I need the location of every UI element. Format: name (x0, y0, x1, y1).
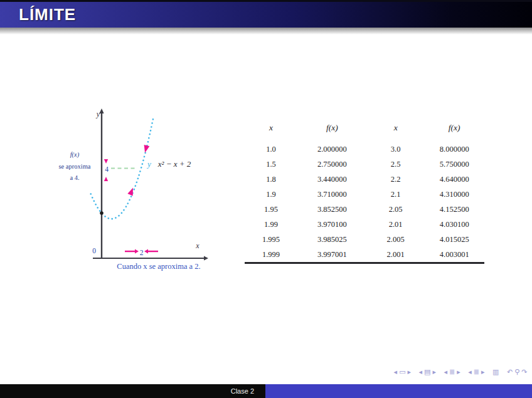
y-axis-label: y (96, 110, 100, 118)
table-cell: 2.1 (367, 187, 425, 202)
footer-bar: Clase 2 (0, 384, 532, 398)
section-prev-icon[interactable]: ◂ (468, 369, 472, 375)
table-cell: 2.5 (367, 157, 425, 172)
table-row: 1.953.8525002.054.152500 (245, 202, 484, 217)
table-row: 1.9993.9970012.0014.003001 (245, 247, 484, 263)
table-header: f(x) (297, 123, 367, 142)
table-header: x (245, 123, 297, 142)
curve-arrow-upper-icon (142, 145, 150, 154)
figure-caption: Cuando x se aproxima a 2. (117, 262, 200, 271)
slide-indicator-icon[interactable]: ▭ (399, 369, 405, 375)
table-cell: 1.0 (245, 142, 297, 157)
frame-indicator-icon[interactable]: ▤ (424, 369, 430, 375)
table-cell: 4.015025 (424, 232, 484, 247)
table-cell: 5.750000 (424, 157, 484, 172)
table-row: 1.02.0000003.08.000000 (245, 142, 484, 157)
table-cell: 3.710000 (297, 187, 367, 202)
subsection-indicator-icon[interactable]: ≣ (449, 369, 455, 375)
x-axis-label: x (195, 241, 200, 250)
y-approach-arrow-up-icon (104, 177, 108, 181)
curve-label-formula: x² − x + 2 (157, 159, 191, 169)
table-cell: 2.001 (367, 247, 425, 263)
table-cell: 2.01 (367, 217, 425, 232)
table-cell: 1.995 (245, 232, 297, 247)
values-table-body: 1.02.0000003.08.0000001.52.7500002.55.75… (245, 142, 484, 263)
y-approach-label: 4 (105, 165, 109, 173)
footer-title: Clase 2 (231, 387, 254, 395)
curve-arrow-lower-icon (127, 187, 136, 196)
x-axis-arrowhead-icon (204, 256, 208, 261)
table-cell: 8.000000 (424, 142, 484, 157)
x-approach-arrow-right-icon (135, 249, 139, 254)
table-cell: 2.000000 (297, 142, 367, 157)
table-row: 1.993.9701002.014.030100 (245, 217, 484, 232)
table-cell: 1.5 (245, 157, 297, 172)
search-icon[interactable]: ⚲ (514, 369, 519, 375)
table-cell: 2.05 (367, 202, 425, 217)
doc-indicator-icon[interactable]: ▥ (492, 369, 499, 375)
section-next-icon[interactable]: ▸ (481, 369, 485, 375)
table-cell: 4.640000 (424, 172, 484, 187)
fx-approaches-line3: a 4. (70, 174, 79, 181)
slide-title-bar: LÍMITE (0, 0, 532, 28)
limit-figure: y x 0 4 2 f(x) se aproxima a 4. yx² − x … (53, 107, 226, 276)
back-icon[interactable]: ↶ (507, 369, 513, 375)
values-table-wrap: xf(x)xf(x) 1.02.0000003.08.0000001.52.75… (245, 123, 484, 264)
table-cell: 3.997001 (297, 247, 367, 263)
values-table: xf(x)xf(x) 1.02.0000003.08.0000001.52.75… (245, 123, 484, 264)
table-cell: 2.2 (367, 172, 425, 187)
parabola-curve (91, 117, 154, 219)
page-title: LÍMITE (0, 5, 76, 24)
table-cell: 1.9 (245, 187, 297, 202)
table-cell: 1.99 (245, 217, 297, 232)
table-cell: 4.003001 (424, 247, 484, 263)
fx-approaches-line2: se aproxima (58, 163, 90, 170)
table-cell: 4.152500 (424, 202, 484, 217)
curve-label: yx² − x + 2 (146, 159, 191, 169)
table-cell: 3.0 (367, 142, 425, 157)
table-cell: 3.970100 (297, 217, 367, 232)
limit-graph: y x 0 4 2 f(x) se aproxima a 4. yx² − x … (53, 107, 226, 276)
footer-left-section: Clase 2 (0, 384, 265, 398)
section-indicator-icon[interactable]: ≣ (474, 369, 479, 375)
table-row: 1.52.7500002.55.750000 (245, 157, 484, 172)
table-cell: 1.95 (245, 202, 297, 217)
x-approach-label: 2 (140, 249, 144, 256)
table-cell: 3.852500 (297, 202, 367, 217)
slide-next-icon[interactable]: ▸ (408, 369, 412, 375)
nav-symbols: ◂▭▸◂▤▸◂≣▸◂≣▸▥↶⚲↷ (393, 369, 528, 375)
footer-right-section (265, 384, 532, 398)
y-axis-arrowhead-icon (99, 108, 104, 113)
table-cell: 2.005 (367, 232, 425, 247)
origin-label: 0 (92, 247, 96, 254)
table-cell: 1.999 (245, 247, 297, 263)
fx-approaches-line1: f(x) (70, 151, 80, 159)
table-cell: 1.8 (245, 172, 297, 187)
forward-icon[interactable]: ↷ (521, 369, 527, 375)
table-row: 1.93.7100002.14.310000 (245, 187, 484, 202)
slide-prev-icon[interactable]: ◂ (394, 369, 398, 375)
table-header-row: xf(x)xf(x) (245, 123, 484, 142)
subsection-next-icon[interactable]: ▸ (457, 369, 460, 375)
table-header: f(x) (424, 123, 484, 142)
subsection-prev-icon[interactable]: ◂ (444, 369, 448, 375)
table-row: 1.9953.9850252.0054.015025 (245, 232, 484, 247)
table-row: 1.83.4400002.24.640000 (245, 172, 484, 187)
frame-next-icon[interactable]: ▸ (433, 369, 437, 375)
table-cell: 3.985025 (297, 232, 367, 247)
table-cell: 4.310000 (424, 187, 484, 202)
frame-prev-icon[interactable]: ◂ (419, 369, 423, 375)
table-cell: 2.750000 (297, 157, 367, 172)
titlebar-shadow (0, 28, 532, 34)
table-header: x (367, 123, 425, 142)
y-intercept-dot (100, 211, 104, 215)
y-approach-arrow-down-icon (104, 159, 108, 164)
table-cell: 4.030100 (424, 217, 484, 232)
slide: LÍMITE y (0, 0, 532, 398)
curve-label-var: y (146, 159, 151, 169)
x-approach-arrow-left-icon (144, 249, 148, 254)
table-cell: 3.440000 (297, 172, 367, 187)
